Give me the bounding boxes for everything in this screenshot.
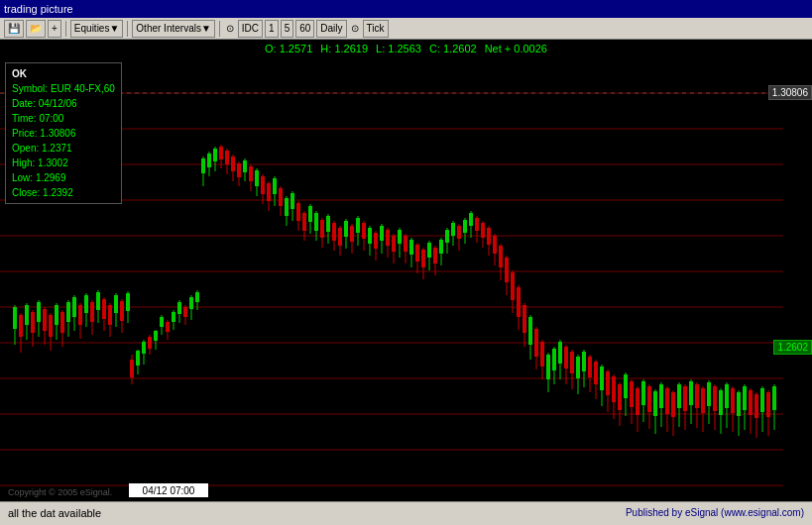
svg-rect-254 bbox=[78, 305, 82, 325]
svg-rect-172 bbox=[600, 367, 604, 390]
intervals-dropdown[interactable]: Other Intervals ▼ bbox=[132, 20, 215, 38]
svg-rect-162 bbox=[570, 352, 574, 373]
svg-rect-182 bbox=[630, 381, 634, 407]
svg-rect-80 bbox=[326, 216, 330, 232]
svg-rect-68 bbox=[290, 193, 294, 209]
tick-btn[interactable]: Tick bbox=[363, 20, 389, 38]
svg-rect-250 bbox=[66, 302, 70, 322]
svg-rect-160 bbox=[564, 347, 568, 368]
title-text: trading picture bbox=[4, 3, 73, 15]
svg-rect-170 bbox=[594, 362, 598, 384]
svg-rect-178 bbox=[618, 384, 622, 410]
svg-rect-30 bbox=[177, 302, 181, 314]
svg-rect-202 bbox=[689, 381, 693, 405]
date-line: Date: 04/12/06 bbox=[12, 96, 115, 111]
svg-rect-146 bbox=[522, 305, 526, 333]
svg-rect-242 bbox=[43, 309, 47, 331]
svg-rect-76 bbox=[314, 213, 318, 231]
equities-dropdown[interactable]: Equities ▼ bbox=[70, 20, 123, 38]
svg-rect-58 bbox=[261, 176, 265, 194]
btn5[interactable]: 5 bbox=[281, 20, 294, 38]
intervals-label: Other Intervals bbox=[136, 23, 201, 34]
idc-btn[interactable]: IDC bbox=[238, 20, 263, 38]
svg-rect-200 bbox=[683, 386, 687, 411]
svg-rect-266 bbox=[114, 295, 118, 313]
save-btn[interactable]: 💾 bbox=[4, 20, 24, 38]
svg-rect-46 bbox=[225, 151, 229, 164]
svg-rect-222 bbox=[749, 390, 753, 415]
svg-rect-246 bbox=[55, 305, 58, 325]
svg-rect-14 bbox=[130, 360, 134, 377]
svg-rect-112 bbox=[421, 250, 425, 267]
svg-rect-92 bbox=[362, 223, 366, 239]
svg-rect-126 bbox=[463, 220, 467, 233]
svg-rect-118 bbox=[439, 240, 443, 254]
svg-rect-104 bbox=[398, 230, 402, 244]
svg-text:Copyright © 2005 eSignal.: Copyright © 2005 eSignal. bbox=[8, 487, 112, 497]
svg-rect-62 bbox=[273, 178, 277, 194]
svg-rect-26 bbox=[166, 322, 170, 332]
svg-rect-94 bbox=[368, 228, 372, 244]
svg-rect-230 bbox=[772, 386, 776, 410]
separator3 bbox=[219, 21, 220, 37]
svg-rect-248 bbox=[60, 312, 64, 333]
data-box: OK Symbol: EUR 40-FX,60 Date: 04/12/06 T… bbox=[5, 62, 122, 204]
chart-container[interactable]: 04/12 07:00 Copyright © 2005 eSignal. OK… bbox=[0, 57, 812, 501]
svg-rect-190 bbox=[653, 391, 657, 416]
svg-rect-232 bbox=[13, 307, 17, 329]
svg-rect-70 bbox=[296, 203, 300, 221]
svg-rect-42 bbox=[213, 149, 217, 161]
svg-rect-234 bbox=[19, 315, 23, 337]
svg-rect-120 bbox=[445, 230, 449, 243]
footer-published: Published by eSignal (www.esignal.com) bbox=[626, 507, 804, 518]
svg-rect-192 bbox=[659, 384, 663, 408]
btn60[interactable]: 60 bbox=[295, 20, 314, 38]
svg-rect-134 bbox=[487, 228, 491, 245]
open-value: O: 1.2571 bbox=[265, 43, 312, 54]
net-value: Net + 0.0026 bbox=[485, 43, 547, 54]
btn1[interactable]: 1 bbox=[265, 20, 279, 38]
svg-rect-82 bbox=[332, 223, 336, 241]
info-bar: O: 1.2571 H: 1.2619 L: 1.2563 C: 1.2602 … bbox=[0, 40, 812, 57]
svg-rect-72 bbox=[302, 213, 306, 231]
add-btn[interactable]: + bbox=[48, 20, 61, 38]
svg-rect-152 bbox=[540, 342, 544, 367]
svg-rect-106 bbox=[404, 236, 407, 252]
svg-rect-48 bbox=[231, 157, 235, 171]
svg-rect-56 bbox=[255, 170, 259, 186]
toolbar: 💾 📂 + Equities ▼ Other Intervals ▼ ⊙ IDC… bbox=[0, 18, 812, 40]
svg-rect-34 bbox=[189, 297, 193, 309]
daily-btn[interactable]: Daily bbox=[316, 20, 346, 38]
svg-rect-140 bbox=[505, 258, 509, 282]
svg-rect-166 bbox=[582, 352, 586, 371]
svg-rect-66 bbox=[285, 198, 289, 216]
radio-icon: ⊙ bbox=[351, 23, 359, 34]
svg-rect-240 bbox=[37, 302, 41, 322]
svg-rect-236 bbox=[25, 305, 29, 325]
svg-rect-54 bbox=[249, 166, 253, 181]
svg-rect-180 bbox=[624, 374, 628, 398]
close-value: C: 1.2602 bbox=[429, 43, 477, 54]
svg-rect-228 bbox=[766, 392, 770, 417]
svg-rect-88 bbox=[350, 226, 354, 242]
svg-rect-78 bbox=[320, 220, 324, 238]
title-bar: trading picture bbox=[0, 0, 812, 18]
svg-rect-136 bbox=[493, 236, 497, 254]
svg-rect-130 bbox=[475, 218, 479, 231]
svg-rect-122 bbox=[451, 223, 455, 236]
separator2 bbox=[127, 21, 128, 37]
svg-rect-156 bbox=[552, 349, 556, 370]
equities-label: Equities bbox=[74, 23, 110, 34]
svg-rect-138 bbox=[499, 246, 503, 267]
svg-rect-18 bbox=[142, 342, 146, 354]
svg-rect-98 bbox=[380, 226, 384, 241]
svg-rect-194 bbox=[665, 388, 669, 414]
svg-rect-24 bbox=[160, 317, 164, 327]
svg-rect-220 bbox=[743, 386, 747, 410]
svg-rect-50 bbox=[237, 163, 241, 177]
svg-rect-188 bbox=[647, 386, 651, 412]
svg-rect-224 bbox=[754, 394, 758, 418]
svg-rect-100 bbox=[386, 230, 390, 246]
svg-rect-32 bbox=[183, 307, 187, 317]
open-btn[interactable]: 📂 bbox=[26, 20, 46, 38]
